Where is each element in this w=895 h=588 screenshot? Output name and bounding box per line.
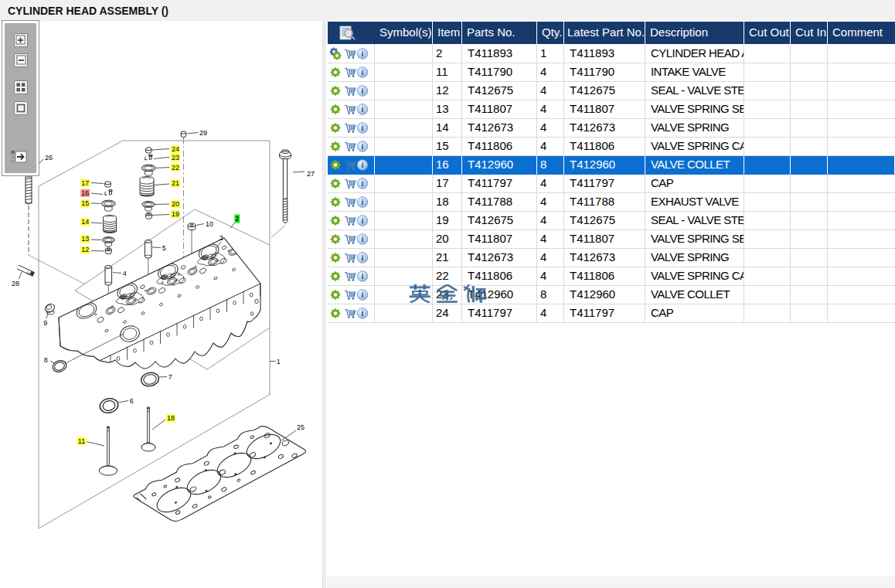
- svg-text:10: 10: [206, 220, 213, 228]
- svg-text:19: 19: [172, 210, 179, 218]
- svg-text:20: 20: [172, 200, 179, 208]
- svg-text:27: 27: [307, 170, 315, 178]
- svg-text:3: 3: [219, 234, 223, 242]
- svg-text:5: 5: [162, 244, 166, 252]
- svg-text:25: 25: [297, 423, 305, 431]
- svg-text:2: 2: [235, 215, 239, 223]
- svg-text:28: 28: [12, 280, 19, 287]
- svg-text:22: 22: [172, 164, 179, 172]
- svg-text:17: 17: [81, 179, 89, 187]
- svg-text:26: 26: [45, 154, 53, 161]
- svg-text:12: 12: [81, 246, 89, 253]
- svg-text:21: 21: [172, 179, 179, 187]
- svg-text:4: 4: [123, 270, 127, 277]
- svg-text:24: 24: [172, 145, 179, 153]
- svg-text:23: 23: [172, 154, 179, 161]
- svg-text:11: 11: [78, 437, 85, 445]
- svg-text:6: 6: [130, 397, 134, 405]
- svg-text:15: 15: [81, 199, 89, 207]
- svg-text:14: 14: [81, 218, 89, 226]
- svg-text:16: 16: [81, 189, 89, 197]
- svg-text:18: 18: [167, 414, 175, 422]
- svg-text:7: 7: [168, 373, 172, 381]
- svg-text:1: 1: [277, 358, 281, 365]
- svg-text:13: 13: [81, 235, 89, 243]
- svg-text:9: 9: [43, 319, 47, 327]
- svg-text:8: 8: [44, 356, 48, 364]
- svg-text:29: 29: [199, 129, 207, 137]
